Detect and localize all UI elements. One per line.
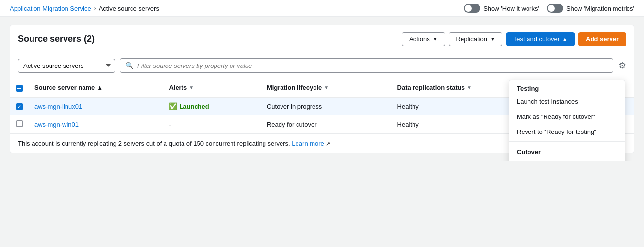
- launch-test-instances-item[interactable]: Launch test instances: [509, 94, 625, 109]
- row1-replication-value: Healthy: [397, 103, 419, 110]
- indeterminate-indicator: [17, 88, 21, 89]
- revert-ready-testing-item[interactable]: Revert to "Ready for testing": [509, 124, 625, 139]
- row2-lifecycle-value: Ready for cutover: [267, 121, 317, 128]
- filter-row: Active source servers 🔍 ⚙: [10, 53, 634, 78]
- cutover-section-label: Cutover: [509, 144, 625, 158]
- select-all-checkbox[interactable]: [16, 85, 23, 92]
- col-header-alerts[interactable]: Alerts ▼: [163, 78, 261, 97]
- panel-title: Source servers: [18, 34, 81, 44]
- migration-metrics-toggle-group: Show 'Migration metrics': [547, 4, 634, 13]
- row1-server-link[interactable]: aws-mgn-linux01: [34, 103, 82, 110]
- column-settings-icon[interactable]: ⚙: [618, 60, 626, 71]
- panel-header: Source servers (2) Actions ▼ Replication…: [10, 25, 634, 53]
- toggle-knob-2: [548, 5, 555, 12]
- top-nav-right: Show 'How it works' Show 'Migration metr…: [464, 4, 634, 13]
- how-it-works-label: Show 'How it works': [483, 5, 539, 12]
- col-lifecycle-label: Migration lifecycle: [267, 84, 322, 91]
- replication-label: Replication: [456, 35, 487, 43]
- how-it-works-toggle[interactable]: [464, 4, 480, 13]
- filter-right: ⚙: [618, 60, 626, 71]
- sort-lifecycle-icon: ▼: [324, 85, 329, 90]
- row2-replication-value: Healthy: [397, 121, 419, 128]
- dropdown-divider-1: [509, 141, 625, 142]
- breadcrumb-separator: ›: [94, 5, 96, 12]
- actions-label: Actions: [409, 35, 430, 43]
- col-name-label: Source server name: [34, 84, 95, 91]
- filter-select[interactable]: Active source servers: [18, 59, 115, 73]
- row1-alerts-label: Launched: [179, 103, 209, 110]
- toggle-knob: [465, 5, 472, 12]
- row1-lifecycle-cell: Cutover in progress: [261, 97, 392, 115]
- footer-note: This account is currently replicating 2 …: [18, 140, 290, 147]
- sort-asc-icon: ▲: [97, 84, 103, 91]
- learn-more-link[interactable]: Learn more: [292, 140, 324, 147]
- launch-cutover-instances-item[interactable]: Launch cutover instances: [509, 158, 625, 161]
- test-cutover-label: Test and cutover: [513, 35, 560, 43]
- launched-check-icon: ✅: [169, 102, 177, 110]
- testing-section-label: Testing: [509, 80, 625, 94]
- search-wrapper: 🔍: [120, 58, 613, 73]
- row1-alerts-status: ✅ Launched: [169, 102, 255, 110]
- panel-title-group: Source servers (2): [18, 34, 95, 44]
- test-cutover-caret-icon: ▲: [562, 36, 567, 42]
- add-server-label: Add server: [586, 35, 619, 43]
- row2-server-link[interactable]: aws-mgn-win01: [34, 121, 79, 128]
- row2-lifecycle-cell: Ready for cutover: [261, 115, 392, 134]
- replication-caret-icon: ▼: [490, 36, 495, 42]
- breadcrumb: Application Migration Service › Active s…: [10, 5, 159, 12]
- sort-replication-icon: ▼: [467, 85, 472, 90]
- col-alerts-label: Alerts: [169, 84, 187, 91]
- add-server-button[interactable]: Add server: [578, 32, 626, 46]
- service-link[interactable]: Application Migration Service: [10, 5, 91, 12]
- test-cutover-dropdown: Testing Launch test instances Mark as "R…: [509, 80, 625, 161]
- row2-select-cell[interactable]: [10, 115, 29, 134]
- select-all-header[interactable]: [10, 78, 29, 97]
- how-it-works-toggle-group: Show 'How it works': [464, 4, 539, 13]
- row1-select-cell[interactable]: ✓: [10, 97, 29, 115]
- row2-name-cell: aws-mgn-win01: [29, 115, 163, 134]
- panel-count: (2): [84, 34, 95, 44]
- breadcrumb-current: Active source servers: [99, 5, 159, 12]
- main-content: Source servers (2) Actions ▼ Replication…: [0, 17, 644, 161]
- search-icon: 🔍: [125, 62, 133, 69]
- row1-name-cell: aws-mgn-linux01: [29, 97, 163, 115]
- replication-button[interactable]: Replication ▼: [449, 32, 502, 46]
- test-cutover-button[interactable]: Test and cutover ▲: [506, 32, 575, 46]
- row1-alerts-cell: ✅ Launched: [163, 97, 261, 115]
- top-nav: Application Migration Service › Active s…: [0, 0, 644, 17]
- row1-lifecycle-value: Cutover in progress: [267, 103, 322, 110]
- col-header-lifecycle[interactable]: Migration lifecycle ▼: [261, 78, 392, 97]
- actions-button[interactable]: Actions ▼: [402, 32, 445, 46]
- row1-checkbox[interactable]: ✓: [16, 103, 23, 110]
- col-replication-label: Data replication status: [397, 84, 465, 91]
- external-link-icon: ↗: [326, 141, 330, 147]
- migration-metrics-toggle[interactable]: [547, 4, 563, 13]
- panel-actions: Actions ▼ Replication ▼ Test and cutover…: [402, 32, 626, 46]
- mark-ready-cutover-item[interactable]: Mark as "Ready for cutover": [509, 109, 625, 124]
- row2-alerts-cell: -: [163, 115, 261, 134]
- source-servers-panel: Source servers (2) Actions ▼ Replication…: [10, 25, 634, 153]
- row2-checkbox[interactable]: [16, 120, 23, 127]
- search-input[interactable]: [137, 62, 608, 69]
- actions-caret-icon: ▼: [433, 36, 438, 42]
- row2-alerts-value: -: [169, 121, 171, 128]
- col-header-name[interactable]: Source server name ▲: [29, 78, 163, 97]
- migration-metrics-label: Show 'Migration metrics': [566, 5, 634, 12]
- sort-alerts-icon: ▼: [189, 85, 194, 90]
